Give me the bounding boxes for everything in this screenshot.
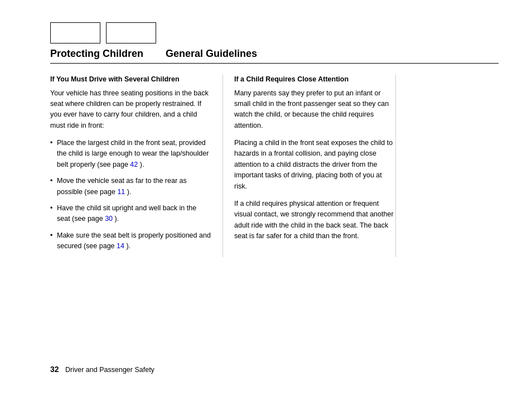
nav-box-left[interactable] [50, 22, 100, 44]
header-row: Protecting Children General Guidelines [50, 48, 499, 64]
bullet-3-after: ). [113, 215, 119, 223]
link-11[interactable]: 11 [117, 188, 125, 196]
nav-boxes [50, 22, 499, 44]
right-section-para3: If a child requires physical attention o… [234, 199, 395, 242]
bullet-list: Place the largest child in the front sea… [50, 138, 211, 252]
left-section-title: If You Must Drive with Several Children [50, 75, 211, 85]
right-section-para1: Many parents say they prefer to put an i… [234, 88, 395, 132]
bullet-4-text: Make sure the seat belt is properly posi… [57, 231, 211, 250]
bullet-item-1: Place the largest child in the front sea… [50, 138, 211, 170]
link-14[interactable]: 14 [117, 242, 124, 250]
page: Protecting Children General Guidelines I… [0, 0, 532, 396]
left-section-intro: Your vehicle has three seating positions… [50, 88, 211, 132]
link-30[interactable]: 30 [105, 215, 113, 223]
content-area: If You Must Drive with Several Children … [50, 75, 499, 257]
page-number: 32 [50, 365, 59, 374]
header-title-sub: General Guidelines [166, 48, 257, 60]
right-section-para2: Placing a child in the front seat expose… [234, 138, 395, 192]
bullet-1-after: ). [138, 161, 144, 168]
bullet-2-after: ). [125, 188, 131, 196]
header-title-main: Protecting Children [50, 48, 143, 60]
bullet-item-3: Have the child sit upright and well back… [50, 203, 211, 225]
nav-box-right[interactable] [106, 22, 156, 44]
right-column: If a Child Requires Close Attention Many… [223, 75, 396, 257]
left-column: If You Must Drive with Several Children … [50, 75, 223, 257]
bullet-item-4: Make sure the seat belt is properly posi… [50, 230, 211, 252]
footer-section-label: Driver and Passenger Safety [65, 366, 154, 374]
footer: 32 Driver and Passenger Safety [50, 365, 154, 374]
link-42[interactable]: 42 [130, 161, 138, 168]
right-section-title: If a Child Requires Close Attention [234, 75, 395, 85]
bullet-3-text: Have the child sit upright and well back… [57, 204, 196, 223]
bullet-item-2: Move the vehicle seat as far to the rear… [50, 176, 211, 197]
bullet-4-after: ). [124, 242, 130, 250]
